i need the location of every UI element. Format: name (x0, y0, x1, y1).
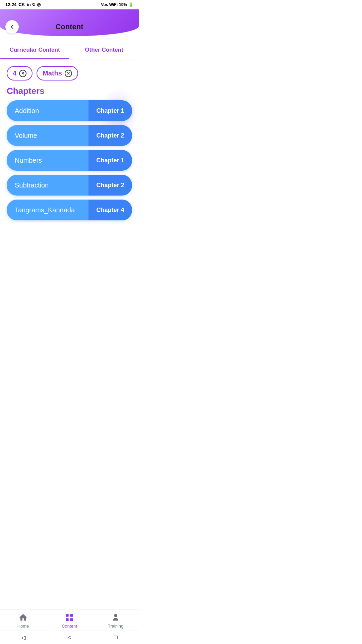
status-time: 12:24 (5, 2, 16, 7)
status-battery: 19% (119, 2, 127, 7)
subject-chip-close[interactable]: ✕ (65, 70, 72, 77)
chapter-badge: Chapter 4 (88, 200, 132, 220)
chapter-name: Addition (7, 100, 88, 121)
status-indicators: CK (18, 2, 25, 7)
back-button[interactable] (5, 20, 19, 34)
grade-chip-close[interactable]: ✕ (19, 70, 26, 77)
chapter-item[interactable]: Tangrams_Kannada Chapter 4 (7, 200, 132, 220)
chapter-item[interactable]: Addition Chapter 1 (7, 100, 132, 121)
status-icons: in ↻ ◎ (27, 2, 41, 7)
filter-chips: 4 ✕ Maths ✕ (0, 59, 139, 83)
content-wrapper: 4 ✕ Maths ✕ Chapters Addition Chapter 1 … (0, 59, 139, 261)
chapter-name: Numbers (7, 150, 88, 171)
chapter-badge: Chapter 1 (88, 150, 132, 171)
grade-chip[interactable]: 4 ✕ (7, 66, 33, 80)
chapters-heading: Chapters (0, 83, 139, 100)
chapter-item[interactable]: Subtraction Chapter 2 (7, 175, 132, 196)
chapter-badge: Chapter 2 (88, 125, 132, 146)
status-wifi: Vos WiFi (101, 2, 118, 7)
tab-bar: Curricular Content Other Content (0, 41, 139, 59)
page-header: Content (0, 8, 139, 39)
chapter-name: Volume (7, 125, 88, 146)
subject-chip[interactable]: Maths ✕ (37, 66, 78, 80)
chapters-list: Addition Chapter 1 Volume Chapter 2 Numb… (0, 100, 139, 220)
chapter-badge: Chapter 1 (88, 100, 132, 121)
chapter-name: Subtraction (7, 175, 88, 196)
subject-value: Maths (43, 69, 62, 77)
battery-icon: 🔋 (128, 2, 133, 7)
tab-curricular[interactable]: Curricular Content (0, 41, 69, 59)
chapter-item[interactable]: Volume Chapter 2 (7, 125, 132, 146)
chapter-item[interactable]: Numbers Chapter 1 (7, 150, 132, 171)
page-title: Content (55, 22, 83, 31)
tab-other[interactable]: Other Content (69, 41, 139, 59)
chapter-badge: Chapter 2 (88, 175, 132, 196)
grade-value: 4 (13, 69, 16, 77)
status-bar: 12:24 CK in ↻ ◎ Vos WiFi 19% 🔋 (0, 0, 139, 8)
chapter-name: Tangrams_Kannada (7, 200, 88, 220)
